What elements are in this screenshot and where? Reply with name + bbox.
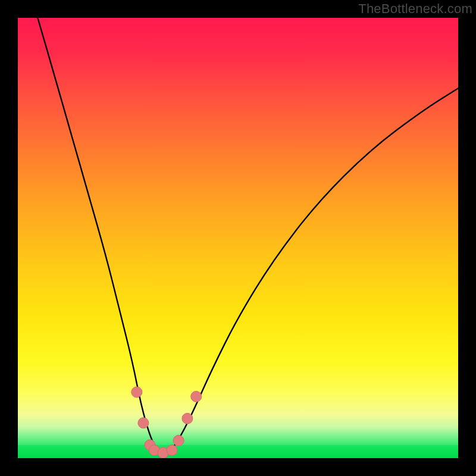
chart-canvas: TheBottleneck.com [0,0,476,476]
curve-marker [131,387,142,397]
curve-marker [173,435,184,446]
curve-marker [138,418,149,428]
watermark-text: TheBottleneck.com [358,1,472,17]
bottleneck-curve [37,18,458,452]
curve-markers [131,387,202,458]
curve-marker [191,391,202,402]
curve-marker [182,413,193,424]
curve-svg [18,18,458,458]
plot-area [18,18,458,458]
curve-marker [167,445,177,456]
